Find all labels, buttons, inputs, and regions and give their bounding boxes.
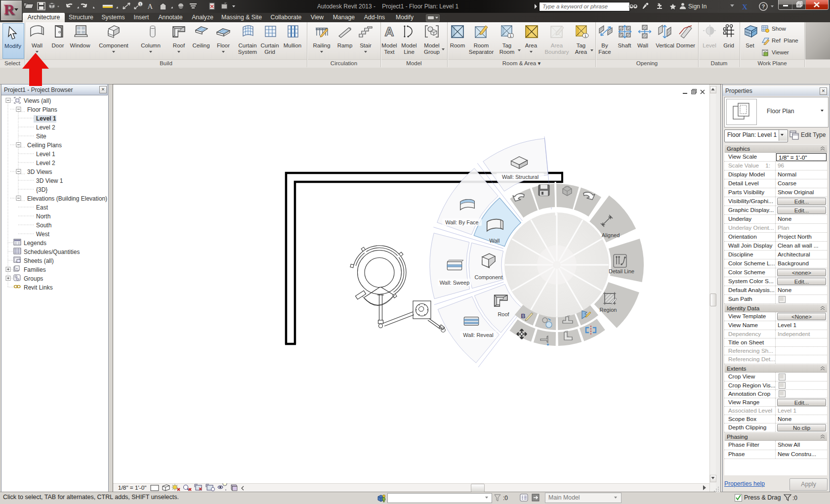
svg-text:Aligned: Aligned xyxy=(602,232,620,238)
svg-text:A: A xyxy=(148,2,153,10)
svg-text:Region: Region xyxy=(600,307,617,313)
svg-text:1: 1 xyxy=(509,34,512,38)
svg-text:B: B xyxy=(521,312,525,320)
svg-text:Wall: Structural: Wall: Structural xyxy=(502,174,539,180)
svg-text:A: A xyxy=(385,24,394,39)
svg-text:1: 1 xyxy=(139,2,142,6)
svg-text:Wall: Sweep: Wall: Sweep xyxy=(440,280,470,286)
svg-text:Detail Line: Detail Line xyxy=(609,268,634,274)
svg-text:X: X xyxy=(742,3,747,11)
svg-text:Component: Component xyxy=(475,274,503,280)
svg-text:Wall: By Face: Wall: By Face xyxy=(445,219,478,225)
svg-text:Roof: Roof xyxy=(498,311,509,317)
svg-text:Wall: Wall xyxy=(490,238,500,244)
svg-text:1: 1 xyxy=(584,34,587,38)
svg-text:Wall: Reveal: Wall: Reveal xyxy=(463,332,493,338)
svg-text:?: ? xyxy=(762,3,765,9)
